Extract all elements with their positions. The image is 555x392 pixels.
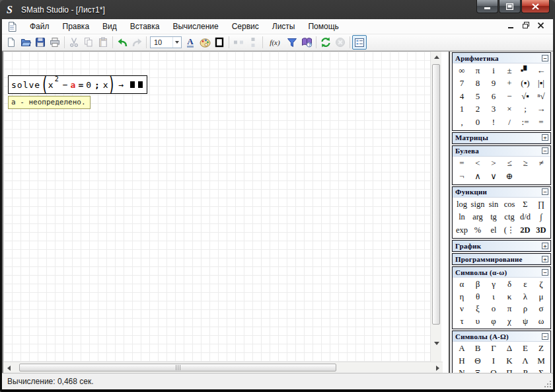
panel-header-boolean[interactable]: Булева − — [453, 146, 550, 157]
palette-item[interactable]: ω — [533, 315, 549, 328]
result-placeholder[interactable] — [130, 81, 135, 88]
palette-item[interactable]: 9 — [486, 77, 501, 91]
mdi-close-button[interactable] — [538, 22, 544, 28]
border-button[interactable] — [212, 35, 227, 50]
palette-item[interactable]: λ — [517, 291, 533, 303]
combo-dropdown-button[interactable] — [172, 37, 181, 48]
redo-button[interactable] — [130, 35, 144, 50]
restore-button[interactable] — [499, 0, 521, 13]
document-icon[interactable] — [8, 22, 17, 32]
menu-help[interactable]: Помощь — [301, 20, 345, 33]
palette-item[interactable]: ; — [517, 103, 533, 116]
palette-item[interactable]: 2 — [470, 103, 486, 116]
palette-item[interactable]: Ξ — [470, 367, 486, 373]
palette-item[interactable]: 3D — [533, 224, 549, 237]
palette-item[interactable]: d/d — [517, 211, 533, 224]
menu-pages[interactable]: Листы — [266, 20, 302, 33]
palette-item[interactable]: ! — [486, 116, 501, 129]
palette-item[interactable]: i — [486, 64, 501, 77]
panel-header-functions[interactable]: Функции − — [453, 187, 550, 198]
palette-item[interactable]: × — [501, 103, 517, 116]
palette-item[interactable]: log — [454, 198, 470, 212]
palette-item[interactable]: 3 — [486, 103, 501, 116]
panel-header-symbols-uppercase[interactable]: Символы (А-Ω) − — [453, 331, 550, 342]
palette-item[interactable]: κ — [501, 291, 517, 303]
palette-item[interactable]: cos — [501, 198, 517, 212]
palette-item[interactable]: ∫ — [533, 211, 549, 224]
palette-item[interactable]: Γ — [486, 342, 501, 355]
palette-item[interactable]: 7 — [454, 77, 470, 91]
palette-item[interactable]: π — [470, 64, 486, 77]
palette-item[interactable]: exp — [454, 224, 470, 237]
horizontal-scrollbar[interactable] — [3, 362, 443, 373]
expand-toggle[interactable]: + — [542, 243, 548, 249]
palette-item[interactable]: , — [454, 116, 470, 129]
palette-item[interactable]: arg — [470, 211, 486, 224]
palette-item[interactable]: ι — [486, 291, 501, 303]
palette-item[interactable]: 1 — [454, 103, 470, 116]
font-color-button[interactable]: A — [183, 35, 198, 50]
panel-header-symbols-lowercase[interactable]: Символы (α-ω) − — [453, 267, 550, 278]
title-bar[interactable]: S SMath Studio - [Лист1*] — [0, 0, 555, 19]
collapse-toggle[interactable]: − — [542, 55, 548, 61]
palette-item[interactable]: Δ — [501, 342, 517, 355]
palette-item[interactable]: Μ — [533, 355, 549, 368]
palette-item[interactable]: ∨ — [486, 170, 501, 183]
palette-item[interactable]: σ — [533, 303, 549, 315]
palette-item[interactable]: ζ — [533, 278, 549, 291]
palette-item[interactable]: ⁿ√ — [533, 90, 549, 103]
panel-header-matrices[interactable]: Матрицы + — [453, 133, 550, 143]
palette-item[interactable]: sign — [470, 198, 486, 212]
palette-item[interactable]: ln — [454, 211, 470, 224]
palette-item[interactable]: sin — [486, 198, 501, 212]
scroll-right-button[interactable] — [432, 362, 443, 373]
palette-item[interactable]: = — [533, 116, 549, 129]
palette-item[interactable]: ∧ — [470, 170, 486, 183]
expand-toggle[interactable]: + — [542, 256, 548, 262]
palette-item[interactable]: ο — [486, 303, 501, 315]
palette-item[interactable]: ¬ — [454, 170, 470, 183]
palette-item[interactable]: + — [501, 77, 517, 91]
palette-item[interactable]: Ζ — [533, 342, 549, 355]
menu-view[interactable]: Вид — [96, 20, 124, 33]
palette-item[interactable]: Ν — [454, 367, 470, 373]
collapse-toggle[interactable]: − — [542, 147, 548, 154]
palette-item[interactable]: 0 — [470, 116, 486, 129]
palette-item[interactable]: (⋮ — [501, 224, 517, 237]
palette-item[interactable]: Λ — [517, 355, 533, 368]
menu-file[interactable]: Файл — [23, 20, 56, 33]
collapse-toggle[interactable]: − — [542, 188, 548, 195]
palette-item[interactable]: ν — [454, 303, 470, 315]
palette-item[interactable]: ≥ — [517, 157, 533, 171]
panel-header-arithmetic[interactable]: Арифметика − — [453, 53, 550, 63]
filter-button[interactable] — [285, 35, 299, 50]
vertical-scrollbar[interactable] — [430, 52, 441, 362]
open-button[interactable] — [18, 35, 33, 50]
palette-item[interactable]: β — [470, 278, 486, 291]
vertical-scroll-thumb[interactable] — [432, 64, 440, 325]
palette-item[interactable]: Η — [454, 355, 470, 368]
palette-item[interactable]: π — [501, 303, 517, 315]
scroll-down-button[interactable] — [431, 338, 442, 348]
undo-button[interactable] — [115, 35, 130, 50]
palette-item[interactable]: 4 — [454, 90, 470, 103]
collapse-toggle[interactable]: − — [542, 269, 548, 276]
cut-button[interactable] — [67, 35, 81, 50]
background-color-button[interactable] — [198, 35, 212, 50]
palette-item[interactable]: Κ — [501, 355, 517, 368]
palette-item[interactable]: tg — [486, 211, 501, 224]
scroll-left-button[interactable] — [3, 362, 14, 373]
palette-item[interactable]: ≠ — [533, 157, 549, 171]
menu-edit[interactable]: Правка — [56, 20, 96, 33]
palette-item[interactable]: ± — [501, 64, 517, 77]
palette-item[interactable]: Σ — [517, 198, 533, 212]
palette-item[interactable]: ρ — [517, 303, 533, 315]
palette-item[interactable]: − — [501, 90, 517, 103]
palette-item[interactable]: Π — [501, 367, 517, 373]
copy-button[interactable] — [81, 35, 96, 50]
palette-item[interactable]: α — [454, 278, 470, 291]
palette-item[interactable]: δ — [501, 278, 517, 291]
palette-item[interactable]: ε — [517, 278, 533, 291]
resize-grip[interactable] — [544, 381, 551, 387]
palette-item[interactable]: √▪ — [517, 90, 533, 103]
